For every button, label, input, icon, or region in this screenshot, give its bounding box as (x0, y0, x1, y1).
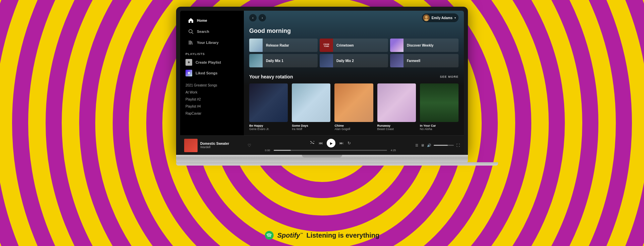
app-layout: Home Search (180, 11, 464, 135)
player-bar: Domestic Sweater Wardell ♡ (180, 135, 464, 155)
rotation-title-3: Runaway (377, 124, 416, 127)
quick-title-2: Discover Weekly (404, 44, 437, 47)
avatar (423, 14, 430, 21)
sidebar-item-search[interactable]: Search (183, 26, 241, 37)
back-button[interactable]: ‹ (249, 14, 257, 21)
rotation-art-0 (249, 83, 288, 122)
section-title: Your heavy rotation (249, 74, 293, 79)
nav-buttons: ‹ › (249, 14, 266, 21)
quick-art-4 (320, 54, 333, 67)
rotation-item-1[interactable]: Some Days Ira Wolf (292, 83, 330, 131)
volume-fill (434, 145, 448, 146)
volume-icon[interactable]: 🔊 (427, 143, 431, 147)
devices-button[interactable]: 🖥 (421, 143, 424, 147)
quick-item-4[interactable]: Daily Mix 2 (320, 54, 388, 67)
heart-icon-box: ♥ (185, 70, 192, 76)
repeat-button[interactable]: ↻ (347, 141, 351, 145)
see-more-button[interactable]: SEE MORE (440, 75, 459, 78)
quick-title-1: Crimetown (333, 44, 357, 47)
rotation-art-3 (377, 83, 416, 122)
sidebar-nav: Home Search (180, 13, 244, 50)
quick-art-2 (390, 39, 404, 52)
svg-rect-13 (190, 41, 191, 45)
playlists-label: PLAYLISTS (180, 50, 244, 57)
now-playing-info: Domestic Sweater Wardell (200, 142, 245, 149)
chevron-down-icon: ▾ (454, 16, 456, 19)
sidebar-item-library[interactable]: Your Library (183, 37, 241, 48)
rotation-art-4 (420, 83, 459, 122)
rotation-item-4[interactable]: In Your Car No Aloha (420, 83, 459, 131)
rotation-artist-1: Ira Wolf (292, 127, 330, 131)
quick-title-0: Release Radar (263, 44, 292, 47)
playlist-item-3[interactable]: Playlist #4 (180, 103, 244, 110)
shuffle-button[interactable] (310, 140, 315, 146)
search-icon (188, 29, 194, 34)
quick-title-5: Farewell (404, 59, 424, 63)
volume-track[interactable] (434, 145, 454, 146)
now-playing-art (184, 139, 198, 152)
liked-songs-button[interactable]: ♥ Liked Songs (180, 68, 244, 78)
rotation-art-2 (334, 83, 373, 122)
svg-point-16 (424, 19, 428, 21)
playlist-item-0[interactable]: 2021 Greatest Songs (180, 82, 244, 89)
quick-picks-grid: Release Radar CRANETOWN (249, 39, 459, 67)
create-playlist-button[interactable]: + Create Playlist (180, 57, 244, 68)
prev-button[interactable]: ⏮ (319, 141, 323, 145)
next-button[interactable]: ⏭ (339, 141, 343, 145)
quick-item-0[interactable]: Release Radar (249, 39, 318, 52)
rotation-title-4: In Your Car (420, 124, 459, 127)
app-window: Home Search (180, 11, 464, 155)
quick-title-3: Daily Mix 1 (263, 59, 287, 63)
laptop: Home Search (176, 7, 468, 166)
playlist-item-1[interactable]: At Work (180, 89, 244, 96)
rotation-item-0[interactable]: Be Happy Gene Evaro Jr. (249, 83, 288, 131)
svg-rect-12 (189, 41, 190, 45)
laptop-screen: Home Search (176, 7, 468, 155)
rotation-item-3[interactable]: Runaway Beast Coast (377, 83, 416, 131)
library-icon (188, 40, 194, 45)
track-title: Domestic Sweater (200, 142, 245, 145)
rotation-grid: Be Happy Gene Evaro Jr. Some Days Ira Wo… (249, 83, 459, 131)
forward-button[interactable]: › (259, 14, 266, 21)
user-name: Emily Adams (432, 16, 452, 20)
greeting-text: Good morning (249, 27, 459, 35)
play-icon: ▶ (330, 141, 333, 145)
track-artist: Wardell (200, 145, 245, 149)
playlist-item-4[interactable]: RapCaviar (180, 110, 244, 117)
rotation-title-2: Chime (334, 124, 373, 127)
quick-item-3[interactable]: Daily Mix 1 (249, 54, 318, 67)
sidebar-item-home[interactable]: Home (183, 15, 241, 26)
total-time: 4:25 (389, 149, 397, 152)
spotify-logo-icon (265, 231, 274, 240)
play-button[interactable]: ▶ (327, 139, 335, 147)
rotation-artist-3: Beast Coast (377, 127, 416, 131)
quick-item-2[interactable]: Discover Weekly (390, 39, 459, 52)
quick-art-1: CRANETOWN (320, 39, 333, 52)
rotation-title-0: Be Happy (249, 124, 288, 127)
queue-button[interactable]: ☰ (415, 143, 418, 147)
user-menu[interactable]: Emily Adams ▾ (422, 13, 459, 22)
rotation-artist-4: No Aloha (420, 127, 459, 131)
rotation-item-2[interactable]: Chime Alan Gogoll (334, 83, 373, 131)
top-bar: ‹ › Emily Adams ▾ (244, 11, 464, 25)
svg-rect-14 (191, 41, 193, 45)
brand-tagline: Listening is everything (306, 232, 379, 239)
playlist-item-2[interactable]: Playlist #2 (180, 96, 244, 103)
laptop-foot (176, 162, 498, 166)
quick-art-0 (249, 39, 263, 52)
laptop-base (176, 155, 468, 162)
like-button[interactable]: ♡ (248, 143, 251, 148)
fullscreen-button[interactable]: ⛶ (457, 143, 460, 147)
player-controls: ⏮ ▶ ⏭ ↻ 0:00 4:25 (254, 139, 407, 152)
progress-bar: 0:00 4:25 (263, 149, 397, 152)
quick-item-5[interactable]: Farewell (390, 54, 459, 67)
player-extras: ☰ 🖥 🔊 ⛶ (410, 143, 460, 147)
brand-name: Spotify™ (277, 232, 303, 239)
progress-fill (274, 150, 291, 151)
progress-track[interactable] (274, 150, 387, 151)
svg-point-10 (189, 29, 192, 33)
rotation-title-1: Some Days (292, 124, 330, 127)
content-area: Good morning Release Radar (244, 25, 464, 135)
plus-icon-box: + (185, 59, 192, 66)
quick-item-1[interactable]: CRANETOWN Crimetown (320, 39, 388, 52)
